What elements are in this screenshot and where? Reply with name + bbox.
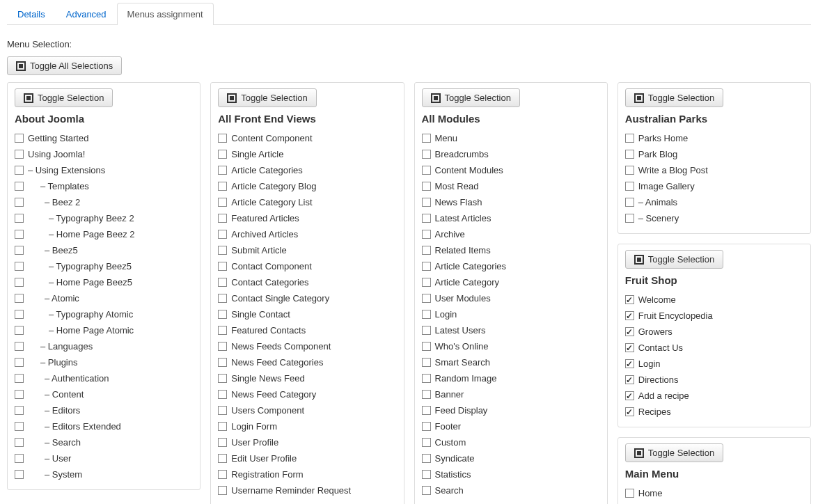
checkbox[interactable] — [15, 214, 24, 223]
checkbox[interactable] — [15, 342, 24, 351]
checkbox[interactable] — [422, 214, 431, 223]
checkbox[interactable] — [422, 438, 431, 447]
checkbox[interactable] — [218, 358, 227, 367]
list-item: Contact Us — [625, 340, 803, 356]
checkbox[interactable] — [625, 407, 634, 416]
checkbox[interactable] — [625, 375, 634, 384]
checkbox[interactable] — [422, 230, 431, 239]
checkbox[interactable] — [625, 391, 634, 400]
checkbox[interactable] — [625, 311, 634, 320]
checkbox[interactable] — [218, 470, 227, 479]
checkbox[interactable] — [422, 166, 431, 175]
checkbox[interactable] — [218, 438, 227, 447]
checkbox[interactable] — [625, 166, 634, 175]
item-label: – Templates — [40, 180, 89, 192]
list-item: User Profile — [218, 434, 396, 450]
item-label: Login — [638, 358, 661, 370]
checkbox[interactable] — [15, 246, 24, 255]
checkbox[interactable] — [218, 150, 227, 159]
checkbox[interactable] — [15, 470, 24, 479]
checkbox[interactable] — [422, 294, 431, 303]
checkbox[interactable] — [422, 326, 431, 335]
checkbox[interactable] — [625, 182, 634, 191]
checkbox[interactable] — [15, 262, 24, 271]
checkbox[interactable] — [218, 278, 227, 287]
checkbox[interactable] — [422, 470, 431, 479]
checkbox[interactable] — [422, 134, 431, 143]
checkbox[interactable] — [218, 182, 227, 191]
checkbox[interactable] — [422, 310, 431, 319]
checkbox[interactable] — [218, 230, 227, 239]
checkbox[interactable] — [422, 486, 431, 495]
checkbox[interactable] — [625, 134, 634, 143]
checkbox[interactable] — [218, 326, 227, 335]
checkbox[interactable] — [218, 262, 227, 271]
checkbox[interactable] — [218, 134, 227, 143]
checkbox[interactable] — [625, 295, 634, 304]
checkbox[interactable] — [15, 358, 24, 367]
checkbox[interactable] — [218, 246, 227, 255]
checkbox[interactable] — [15, 438, 24, 447]
checkbox[interactable] — [422, 198, 431, 207]
tab-details[interactable]: Details — [7, 3, 56, 25]
item-label: Recipes — [638, 406, 671, 418]
checkbox[interactable] — [422, 246, 431, 255]
checkbox[interactable] — [422, 374, 431, 383]
checkbox[interactable] — [422, 262, 431, 271]
checkbox[interactable] — [422, 406, 431, 415]
checkbox[interactable] — [218, 310, 227, 319]
checkbox[interactable] — [218, 422, 227, 431]
checkbox[interactable] — [218, 214, 227, 223]
checkbox[interactable] — [625, 343, 634, 352]
checkbox[interactable] — [15, 182, 24, 191]
checkbox[interactable] — [625, 198, 634, 207]
checkbox[interactable] — [218, 454, 227, 463]
checkbox[interactable] — [15, 230, 24, 239]
toggle-selection-button[interactable]: Toggle Selection — [218, 88, 316, 107]
checkbox[interactable] — [15, 134, 24, 143]
checkbox[interactable] — [422, 454, 431, 463]
toggle-selection-button[interactable]: Toggle Selection — [625, 88, 723, 107]
checkbox[interactable] — [422, 422, 431, 431]
checkbox[interactable] — [422, 150, 431, 159]
toggle-selection-button[interactable]: Toggle Selection — [15, 88, 113, 107]
list-item: Directions — [625, 372, 803, 388]
checkbox[interactable] — [15, 422, 24, 431]
checkbox[interactable] — [625, 327, 634, 336]
tab-advanced[interactable]: Advanced — [56, 3, 117, 25]
checkbox[interactable] — [218, 374, 227, 383]
checkbox[interactable] — [218, 342, 227, 351]
checkbox[interactable] — [218, 198, 227, 207]
checkbox[interactable] — [15, 390, 24, 399]
checkbox[interactable] — [625, 214, 634, 223]
checkbox[interactable] — [15, 294, 24, 303]
checkbox[interactable] — [422, 342, 431, 351]
checkbox[interactable] — [15, 374, 24, 383]
checkbox[interactable] — [218, 166, 227, 175]
toggle-selection-button[interactable]: Toggle Selection — [625, 443, 723, 462]
checkbox[interactable] — [625, 150, 634, 159]
checkbox[interactable] — [15, 278, 24, 287]
checkbox[interactable] — [15, 166, 24, 175]
checkbox[interactable] — [422, 278, 431, 287]
checkbox[interactable] — [422, 358, 431, 367]
checkbox[interactable] — [422, 390, 431, 399]
checkbox[interactable] — [218, 294, 227, 303]
toggle-selection-button[interactable]: Toggle Selection — [625, 250, 723, 269]
toggle-all-button[interactable]: Toggle All Selections — [7, 56, 122, 75]
checkbox[interactable] — [218, 486, 227, 495]
checkbox[interactable] — [625, 489, 634, 498]
checkbox[interactable] — [15, 406, 24, 415]
checkbox[interactable] — [625, 359, 634, 368]
checkbox[interactable] — [218, 406, 227, 415]
checkbox[interactable] — [15, 454, 24, 463]
checkbox[interactable] — [422, 182, 431, 191]
toggle-selection-button[interactable]: Toggle Selection — [422, 88, 520, 107]
checkbox[interactable] — [218, 390, 227, 399]
checkbox[interactable] — [15, 326, 24, 335]
checkbox[interactable] — [15, 198, 24, 207]
tab-menus-assignment[interactable]: Menus assignment — [117, 3, 214, 25]
checkbox[interactable] — [15, 310, 24, 319]
list-item: – System — [15, 466, 193, 482]
checkbox[interactable] — [15, 150, 24, 159]
